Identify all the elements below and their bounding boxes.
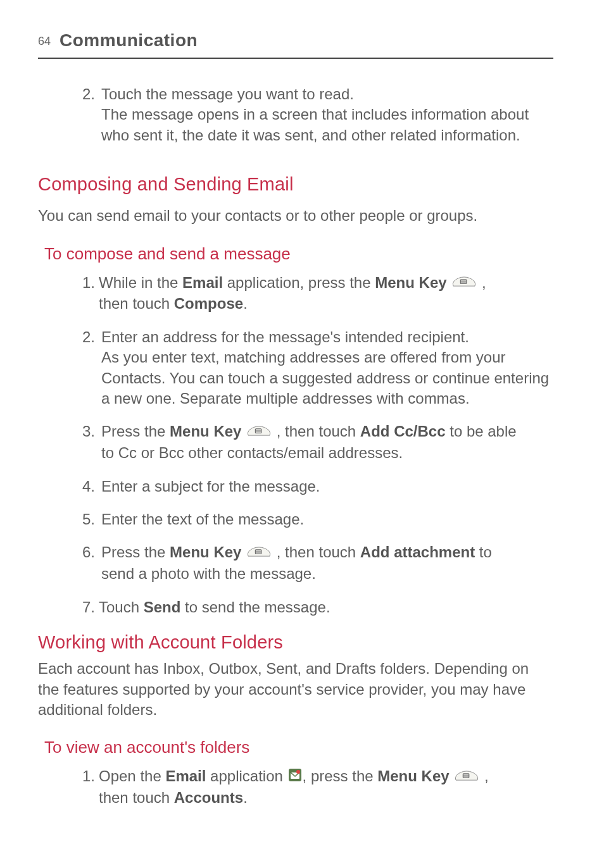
text-fragment: Open the	[99, 767, 165, 784]
text-fragment: .	[243, 789, 248, 806]
text-fragment: As you enter text, matching addresses ar…	[101, 347, 553, 409]
subsection-heading-view-folders: To view an account's folders	[44, 736, 553, 759]
email-app-label: Email	[165, 767, 206, 784]
menu-key-label: Menu Key	[170, 423, 241, 440]
step-number: 3.	[82, 421, 100, 463]
compose-step-5: 5. Enter the text of the message.	[82, 509, 553, 530]
text-fragment: to send the message.	[180, 598, 330, 616]
email-app-label: Email	[182, 274, 223, 291]
add-attachment-label: Add attachment	[360, 543, 475, 561]
email-app-icon	[289, 766, 301, 786]
compose-step-3: 3. Press the Menu Key , then touch Add C…	[82, 421, 553, 463]
step-number: 5.	[82, 509, 100, 530]
text-fragment: , then touch	[272, 423, 360, 440]
step-number: 2.	[82, 327, 100, 409]
compose-step-2: 2. Enter an address for the message's in…	[82, 327, 553, 409]
menu-key-icon	[455, 766, 479, 786]
menu-key-icon	[247, 421, 271, 442]
text-fragment: , then touch	[272, 543, 360, 561]
text-fragment: While in the	[99, 274, 182, 291]
step-number: 1.	[82, 766, 98, 808]
section-heading-folders: Working with Account Folders	[38, 630, 553, 655]
step-number: 7.	[82, 597, 98, 617]
compose-step-4: 4. Enter a subject for the message.	[82, 476, 553, 497]
page-number: 64	[38, 34, 51, 49]
intro-step-2: 2. Touch the message you want to read. T…	[82, 84, 553, 146]
add-cc-bcc-label: Add Cc/Bcc	[360, 423, 446, 440]
menu-key-icon	[247, 542, 271, 562]
page-header: 64 Communication	[38, 28, 553, 59]
subsection-heading-compose: To compose and send a message	[44, 243, 553, 265]
compose-step-1: 1. While in the Email application, press…	[82, 273, 553, 314]
text-fragment: send a photo with the message.	[101, 565, 316, 582]
text-fragment: to be able	[446, 423, 517, 440]
text-fragment: Press the	[101, 423, 170, 440]
step-text-line1: Touch the message you want to read.	[101, 84, 553, 104]
text-fragment: then touch	[99, 789, 174, 806]
text-fragment: Enter a subject for the message.	[101, 476, 553, 497]
compose-step-7: 7. Touch Send to send the message.	[82, 597, 553, 617]
text-fragment: application, press the	[223, 274, 375, 291]
step-number: 1.	[82, 273, 98, 314]
section-heading-composing: Composing and Sending Email	[38, 172, 553, 197]
folders-step-1: 1. Open the Email application , press th…	[82, 766, 553, 808]
text-fragment: to Cc or Bcc other contacts/email addres…	[101, 444, 403, 461]
menu-key-label: Menu Key	[375, 274, 446, 291]
step-number: 4.	[82, 476, 100, 497]
text-fragment: Enter the text of the message.	[101, 509, 553, 530]
text-fragment: , press the	[303, 767, 378, 784]
menu-key-label: Menu Key	[377, 767, 449, 784]
text-fragment: ,	[477, 274, 486, 291]
compose-step-6: 6. Press the Menu Key , then touch Add a…	[82, 542, 553, 584]
text-fragment: Press the	[101, 543, 170, 561]
text-fragment: ,	[480, 767, 488, 784]
chapter-title: Communication	[60, 28, 198, 53]
menu-key-icon	[452, 272, 476, 292]
text-fragment: .	[243, 295, 248, 312]
accounts-label: Accounts	[174, 789, 243, 806]
section-intro: You can send email to your contacts or t…	[38, 206, 553, 226]
text-fragment: to	[475, 543, 492, 561]
step-number: 6.	[82, 542, 100, 584]
step-number: 2.	[82, 84, 100, 146]
menu-key-label: Menu Key	[170, 543, 241, 561]
compose-label: Compose	[174, 295, 243, 312]
section-intro-folders: Each account has Inbox, Outbox, Sent, an…	[38, 659, 553, 720]
step-text-rest: The message opens in a screen that inclu…	[101, 104, 553, 146]
text-fragment: Touch	[99, 598, 144, 616]
text-fragment: Enter an address for the message's inten…	[101, 327, 553, 347]
text-fragment: application	[206, 767, 287, 784]
text-fragment: then touch	[99, 295, 174, 312]
send-label: Send	[144, 598, 181, 616]
